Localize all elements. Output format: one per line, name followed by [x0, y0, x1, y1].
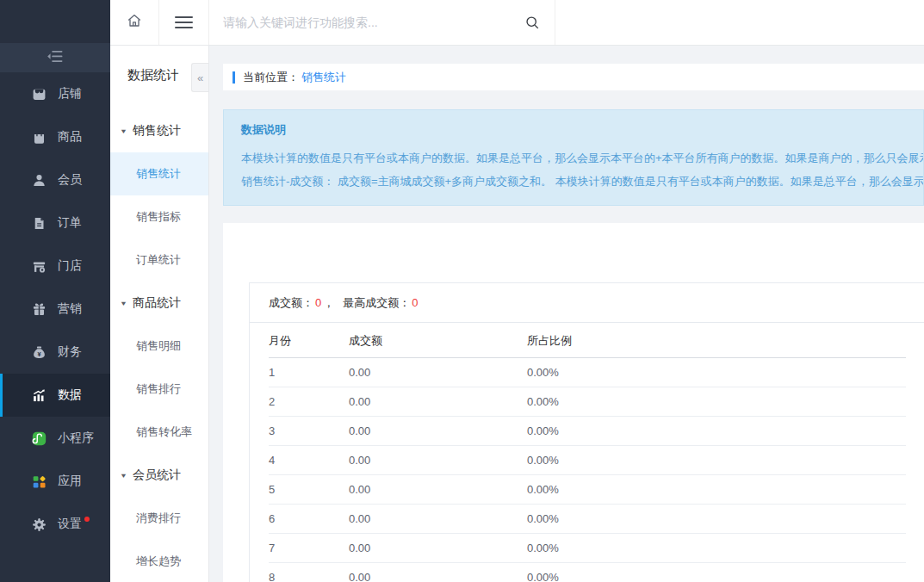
search-icon[interactable]	[524, 15, 541, 31]
topbar	[110, 0, 924, 46]
sidebar-item-finance[interactable]: ¥ 财务	[0, 331, 110, 374]
cell-amount: 0.00	[349, 445, 527, 474]
storefront-icon	[32, 259, 47, 274]
sidebar-item-shop[interactable]: 门店	[0, 245, 110, 288]
submenu-item-order-stats[interactable]: 订单统计	[110, 238, 208, 282]
cell-amount: 0.00	[349, 562, 527, 582]
column-header-amount: 成交额	[349, 325, 527, 357]
cell-month: 6	[269, 504, 349, 533]
data-notice-box: 数据说明 本模块计算的数值是只有平台或本商户的数据。如果是总平台，那么会显示本平…	[223, 109, 924, 206]
sidebar-item-goods[interactable]: 商品	[0, 115, 110, 158]
home-button[interactable]	[110, 0, 159, 45]
cell-ratio: 0.00%	[527, 504, 906, 533]
sales-card: 成交额： 0 ， 最高成交额： 0 月份 成交额 所占比例	[249, 282, 924, 582]
table-row: 1 0.00 0.00%	[269, 357, 906, 387]
monthly-table-wrap: 月份 成交额 所占比例 1 0.00 0.00%	[250, 323, 924, 582]
submenu-item-sales-index[interactable]: 销售指标	[110, 195, 208, 238]
cell-ratio: 0.00%	[527, 445, 906, 474]
chart-icon	[32, 388, 47, 403]
submenu-item-label: 销售统计	[136, 166, 181, 182]
sidebar-item-label: 设置	[58, 517, 82, 532]
bag-icon	[32, 130, 47, 145]
breadcrumb-accent-bar	[233, 71, 235, 84]
gift-icon	[32, 302, 47, 317]
gear-icon	[32, 517, 47, 532]
breadcrumb: 当前位置： 销售统计	[223, 64, 924, 90]
hamburger-icon	[175, 16, 193, 28]
caret-down-icon: ▼	[120, 300, 127, 307]
summary-separator: ，	[323, 295, 334, 311]
caret-down-icon: ▼	[120, 127, 127, 135]
sidebar-collapse-button[interactable]	[0, 43, 110, 72]
home-icon	[126, 12, 143, 33]
global-search	[209, 0, 555, 45]
menu-fold-icon	[47, 50, 64, 66]
breadcrumb-link[interactable]: 销售统计	[301, 70, 346, 85]
submenu-item-label: 销售明细	[136, 338, 181, 354]
sidebar-item-label: 店铺	[58, 86, 82, 102]
submenu-item-conversion[interactable]: 销售转化率	[110, 411, 208, 454]
notice-line-2: 销售统计-成交额： 成交额=主商城成交额+多商户成交额之和。 本模块计算的数值是…	[241, 170, 906, 193]
secondary-sidebar: 数据统计 « ▼ 销售统计 销售统计 销售指标 订单统计 ▼ 商品统计 销售	[110, 46, 209, 582]
table-header-row: 月份 成交额 所占比例	[269, 325, 906, 357]
submenu-item-label: 销售转化率	[136, 424, 192, 440]
submenu-item-sales-detail[interactable]: 销售明细	[110, 325, 208, 368]
stats-panel: 成交额： 0 ， 最高成交额： 0 月份 成交额 所占比例	[223, 223, 924, 582]
hamburger-menu-button[interactable]	[159, 0, 209, 45]
sidebar-item-label: 会员	[58, 172, 82, 188]
cell-month: 7	[269, 533, 349, 562]
sidebar-item-marketing[interactable]: 营销	[0, 288, 110, 331]
submenu-group-member[interactable]: ▼ 会员统计	[110, 454, 208, 497]
sidebar-item-miniprogram[interactable]: 小程序	[0, 417, 110, 460]
table-row: 5 0.00 0.00%	[269, 474, 906, 504]
submenu-item-label: 订单统计	[136, 252, 181, 268]
submenu-item-label: 销售指标	[136, 209, 181, 225]
cell-month: 1	[269, 357, 349, 387]
column-header-ratio: 所占比例	[527, 325, 906, 357]
sidebar-item-store[interactable]: 店铺	[0, 72, 110, 115]
table-row: 6 0.00 0.00%	[269, 504, 906, 533]
sidebar-item-label: 小程序	[58, 430, 94, 446]
submenu-item-growth-trend[interactable]: 增长趋势	[110, 540, 208, 582]
monthly-sales-table: 月份 成交额 所占比例 1 0.00 0.00%	[269, 325, 906, 582]
submenu-item-consume-rank[interactable]: 消费排行	[110, 497, 208, 540]
sidebar-item-order[interactable]: 订单	[0, 201, 110, 245]
submenu-group-sales[interactable]: ▼ 销售统计	[110, 109, 208, 152]
submenu-group-label: 会员统计	[133, 467, 181, 483]
submenu-item-label: 销售排行	[136, 381, 181, 397]
caret-down-icon: ▼	[120, 472, 127, 480]
cell-month: 8	[269, 562, 349, 582]
document-icon	[32, 216, 47, 231]
cell-month: 3	[269, 416, 349, 445]
admin-dashboard: 店铺 商品 会员	[0, 0, 924, 582]
sidebar-item-apps[interactable]: 应用	[0, 460, 110, 503]
cell-ratio: 0.00%	[527, 387, 906, 416]
user-icon	[32, 173, 47, 188]
sidebar-item-settings[interactable]: 设置	[0, 503, 110, 546]
sidebar-item-member[interactable]: 会员	[0, 158, 110, 201]
sidebar-item-label: 财务	[58, 344, 82, 360]
sales-summary: 成交额： 0 ， 最高成交额： 0	[250, 283, 924, 323]
search-input[interactable]	[223, 15, 518, 29]
submenu-item-sales-stats[interactable]: 销售统计	[110, 152, 208, 195]
sidebar-item-label: 营销	[58, 301, 82, 317]
topbar-spacer	[555, 0, 924, 45]
submenu-group-goods[interactable]: ▼ 商品统计	[110, 282, 208, 325]
submenu-collapse-button[interactable]: «	[191, 63, 208, 92]
submenu-item-sales-rank[interactable]: 销售排行	[110, 368, 208, 411]
submenu-item-label: 增长趋势	[136, 554, 181, 569]
sidebar-item-label: 商品	[58, 129, 82, 145]
submenu-item-label: 消费排行	[136, 511, 181, 526]
money-bag-icon: ¥	[32, 345, 47, 360]
cell-ratio: 0.00%	[527, 357, 906, 387]
sidebar-item-label: 数据	[58, 387, 82, 403]
sidebar-item-data[interactable]: 数据	[0, 374, 110, 417]
cell-amount: 0.00	[349, 416, 527, 445]
submenu-group-label: 销售统计	[133, 123, 181, 139]
sidebar-item-label: 门店	[58, 258, 82, 274]
cell-amount: 0.00	[349, 387, 527, 416]
logo-area	[0, 0, 110, 43]
breadcrumb-label: 当前位置：	[243, 70, 299, 85]
apps-grid-icon	[32, 474, 47, 489]
table-row: 7 0.00 0.00%	[269, 533, 906, 562]
